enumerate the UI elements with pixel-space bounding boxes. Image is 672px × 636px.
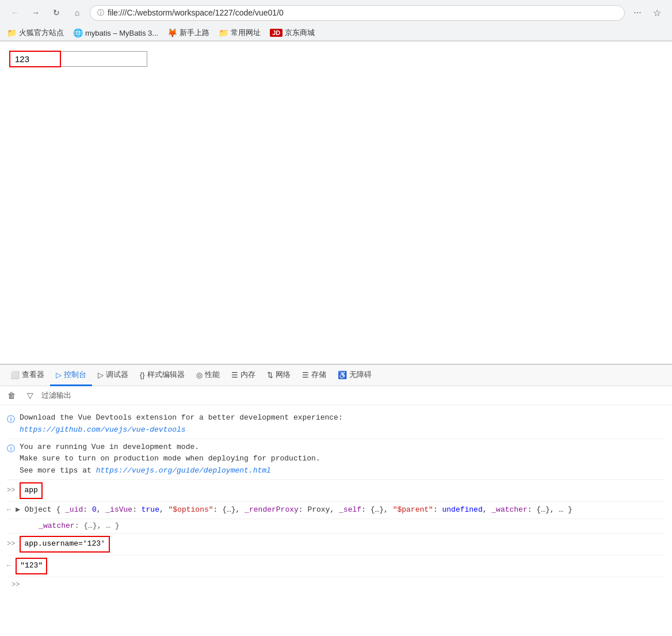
tab-console[interactable]: ▷ 控制台 (50, 365, 92, 386)
tab-memory[interactable]: ☰ 内存 (226, 365, 261, 386)
storage-icon: ☰ (302, 371, 309, 379)
console-icon: ▷ (56, 371, 62, 379)
tab-network[interactable]: ⇅ 网络 (261, 365, 296, 386)
devtools-toolbar: 🗑 ▽ 过滤输出 (0, 386, 672, 405)
bookmark-xinshoulushang-label: 新手上路 (180, 28, 209, 38)
page-content (0, 41, 672, 364)
address-input[interactable] (108, 8, 617, 17)
console-text-1: Download the Vue Devtools extension for … (20, 412, 343, 424)
console-info-2: ⓘ You are running Vue in development mod… (7, 439, 665, 480)
bookmark-jingdong[interactable]: JD 京东商城 (270, 28, 315, 38)
browser-toolbar: ← → ↻ ⌂ ⓘ ··· ☆ (0, 0, 672, 25)
tab-accessibility[interactable]: ♿ 无障碍 (332, 365, 377, 386)
console-command-1-row: >> app (7, 480, 665, 502)
tab-console-label: 控制台 (64, 370, 86, 380)
tab-accessibility-label: 无障碍 (349, 370, 372, 380)
tab-debugger-label: 调试器 (106, 370, 128, 380)
bookmark-huohu[interactable]: 📁 火狐官方站点 (7, 28, 64, 38)
bookmark-mybatis-icon: 🌐 (73, 28, 83, 37)
username-input[interactable] (9, 51, 61, 67)
console-output: ⓘ Download the Vue Devtools extension fo… (0, 405, 672, 597)
console-object-1: ▶ Object { _uid: 0, _isVue: true, "$opti… (16, 504, 572, 516)
console-object-continuation: _watcher: {…}, … } (7, 519, 665, 534)
secure-icon: ⓘ (97, 8, 104, 18)
tab-performance-label: 性能 (205, 370, 220, 380)
console-link-2[interactable]: https://vuejs.org/guide/deployment.html (96, 466, 271, 475)
address-bar: ⓘ (90, 5, 625, 21)
bookmarks-bar: 📁 火狐官方站点 🌐 mybatis – MyBatis 3... 🦊 新手上路… (0, 25, 672, 41)
info-icon-2: ⓘ (7, 443, 15, 455)
devtools-tabs: ⬜ 查看器 ▷ 控制台 ▷ 调试器 {} 样式编辑器 ◎ 性能 ☰ 内存 ⇅ 网… (0, 365, 672, 386)
browser-chrome: ← → ↻ ⌂ ⓘ ··· ☆ 📁 火狐官方站点 🌐 mybatis – MyB… (0, 0, 672, 41)
bookmark-jd-icon: JD (270, 29, 282, 37)
accessibility-icon: ♿ (338, 371, 347, 379)
forward-button[interactable]: → (28, 5, 44, 21)
console-bottom-prompt[interactable]: >> (7, 577, 665, 593)
tab-debugger[interactable]: ▷ 调试器 (92, 365, 134, 386)
tab-memory-label: 内存 (240, 370, 255, 380)
bookmark-firefox-icon: 🦊 (167, 28, 177, 37)
console-info-1: ⓘ Download the Vue Devtools extension fo… (7, 410, 665, 439)
filter-button[interactable]: ▽ (23, 389, 37, 402)
memory-icon: ☰ (231, 371, 238, 379)
console-command-2: app.username='123' (20, 536, 109, 553)
info-icon-1: ⓘ (7, 413, 15, 426)
chevron-2: >> (7, 539, 15, 550)
back-button[interactable]: ← (7, 5, 23, 21)
return-arrow-2: ← (7, 561, 11, 572)
bookmark-button[interactable]: ☆ (649, 5, 665, 21)
bookmark-mybatis-label: mybatis – MyBatis 3... (85, 29, 158, 37)
reload-button[interactable]: ↻ (48, 5, 64, 21)
return-arrow-1: ← (7, 505, 11, 516)
console-text-2a: You are running Vue in development mode. (20, 441, 320, 454)
inspector-icon: ⬜ (10, 371, 20, 379)
clear-console-button[interactable]: 🗑 (5, 389, 18, 402)
console-text-2c: See more tips at https://vuejs.org/guide… (20, 465, 320, 477)
bookmark-xinshoulushang[interactable]: 🦊 新手上路 (167, 28, 209, 38)
toolbar-actions: ··· ☆ (629, 5, 665, 21)
tab-storage-label: 存储 (311, 370, 326, 380)
secondary-input[interactable] (61, 51, 147, 67)
more-button[interactable]: ··· (629, 5, 646, 21)
tab-style-editor-label: 样式编辑器 (147, 370, 185, 380)
bookmark-huohu-label: 火狐官方站点 (19, 28, 64, 38)
console-result-2-row: ← "123" (7, 555, 665, 577)
tab-style-editor[interactable]: {} 样式编辑器 (134, 365, 190, 386)
bookmark-changyong[interactable]: 📁 常用网址 (219, 28, 261, 38)
performance-icon: ◎ (196, 371, 203, 379)
console-text-2b: Make sure to turn on production mode whe… (20, 453, 320, 465)
chevron-1: >> (7, 485, 15, 496)
bookmark-jingdong-label: 京东商城 (285, 28, 315, 38)
devtools-panel: ⬜ 查看器 ▷ 控制台 ▷ 调试器 {} 样式编辑器 ◎ 性能 ☰ 内存 ⇅ 网… (0, 364, 672, 636)
filter-label: 过滤输出 (41, 390, 71, 401)
object-text-1: Object { _uid: 0, _isVue: true, "$option… (25, 505, 572, 514)
tab-network-label: 网络 (276, 370, 291, 380)
bookmark-changyong-label: 常用网址 (231, 28, 261, 38)
bookmark-mybatis[interactable]: 🌐 mybatis – MyBatis 3... (73, 28, 158, 37)
tab-performance[interactable]: ◎ 性能 (190, 365, 226, 386)
object-expand-icon[interactable]: ▶ (16, 505, 20, 514)
console-link-1[interactable]: https://github.com/vuejs/vue-devtools (20, 425, 186, 434)
tab-storage[interactable]: ☰ 存储 (296, 365, 332, 386)
console-result-2: "123" (16, 558, 47, 574)
debugger-icon: ▷ (98, 371, 104, 379)
console-command-2-row: >> app.username='123' (7, 534, 665, 555)
bookmark-changyong-icon: 📁 (219, 28, 228, 37)
input-section (9, 51, 663, 67)
tab-inspector[interactable]: ⬜ 查看器 (5, 365, 50, 386)
style-editor-icon: {} (140, 371, 145, 379)
console-result-1-row: ← ▶ Object { _uid: 0, _isVue: true, "$op… (7, 502, 665, 519)
bookmark-huohu-icon: 📁 (7, 28, 17, 37)
tab-inspector-label: 查看器 (22, 370, 44, 380)
home-button[interactable]: ⌂ (69, 5, 85, 21)
network-icon: ⇅ (267, 371, 273, 379)
console-command-1: app (20, 482, 42, 499)
